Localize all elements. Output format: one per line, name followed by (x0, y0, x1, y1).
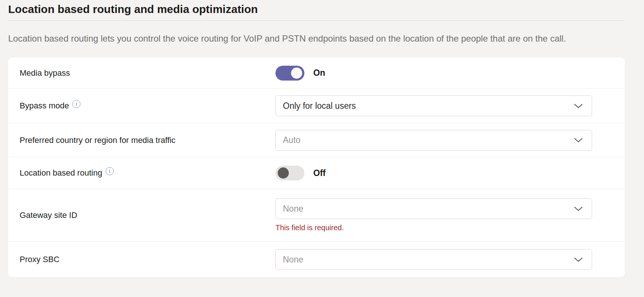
field-label-text: Preferred country or region for media tr… (20, 136, 175, 145)
media-bypass-control: On (275, 66, 592, 81)
chevron-down-icon (574, 104, 583, 108)
row-proxy-sbc: Proxy SBC None (8, 241, 625, 277)
field-label-text: Location based routing (20, 168, 102, 178)
field-error-message: This field is required. (275, 223, 592, 232)
location-based-routing-control: Off (275, 166, 592, 180)
preferred-country-label: Preferred country or region for media tr… (20, 136, 275, 145)
toggle-state-label: Off (313, 168, 326, 178)
dropdown-value: Only for local users (283, 101, 356, 111)
preferred-country-dropdown[interactable]: Auto (275, 130, 592, 151)
row-preferred-country: Preferred country or region for media tr… (8, 123, 625, 157)
field-label-text: Gateway site ID (20, 210, 77, 220)
dropdown-placeholder: None (283, 255, 303, 265)
info-icon[interactable]: i (72, 100, 80, 108)
gateway-site-id-control: None This field is required. (275, 198, 592, 232)
dropdown-placeholder: Auto (283, 135, 300, 145)
settings-panel: Media bypass On Bypass mode i Only for l… (8, 58, 625, 277)
settings-page: Location based routing and media optimiz… (0, 0, 644, 277)
proxy-sbc-dropdown[interactable]: None (275, 249, 592, 270)
row-gateway-site-id: Gateway site ID None This field is requi… (8, 189, 625, 241)
row-bypass-mode: Bypass mode i Only for local users (8, 88, 625, 123)
info-icon[interactable]: i (106, 167, 114, 175)
bypass-mode-control: Only for local users (275, 95, 592, 116)
preferred-country-control: Auto (275, 130, 592, 151)
location-based-routing-toggle[interactable] (275, 166, 304, 180)
proxy-sbc-control: None (275, 249, 592, 270)
row-location-based-routing: Location based routing i Off (8, 157, 625, 189)
toggle-knob (291, 68, 302, 79)
dropdown-placeholder: None (283, 204, 303, 214)
chevron-down-icon (574, 206, 583, 211)
gateway-site-id-label: Gateway site ID (20, 210, 275, 220)
chevron-down-icon (574, 138, 583, 143)
row-media-bypass: Media bypass On (8, 58, 625, 88)
gateway-site-id-dropdown[interactable]: None (275, 198, 592, 219)
field-label-text: Media bypass (20, 68, 70, 78)
toggle-knob (278, 167, 289, 179)
media-bypass-label: Media bypass (20, 68, 275, 78)
chevron-down-icon (574, 257, 583, 262)
page-description: Location based routing lets you control … (8, 32, 618, 45)
media-bypass-toggle[interactable] (275, 66, 304, 81)
field-label-text: Bypass mode (20, 101, 69, 111)
bypass-mode-label: Bypass mode i (20, 101, 275, 111)
page-title: Location based routing and media optimiz… (8, 0, 625, 21)
bypass-mode-dropdown[interactable]: Only for local users (275, 95, 592, 116)
location-based-routing-label: Location based routing i (20, 168, 275, 178)
proxy-sbc-label: Proxy SBC (20, 255, 275, 264)
field-label-text: Proxy SBC (20, 255, 60, 264)
toggle-state-label: On (313, 68, 325, 78)
